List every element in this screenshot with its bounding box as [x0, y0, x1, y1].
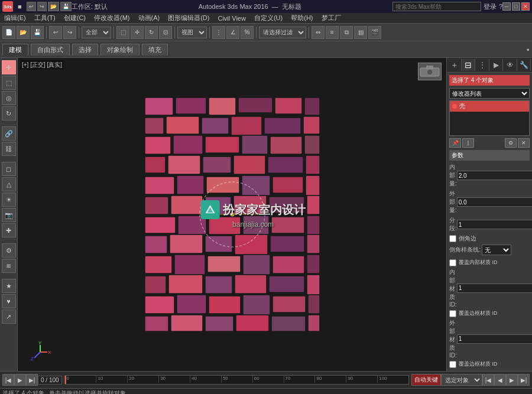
- timeline-thumb[interactable]: [65, 376, 66, 384]
- show-end-btn[interactable]: |: [462, 138, 474, 148]
- redo-btn[interactable]: ↪: [37, 2, 47, 11]
- tab-object-paint[interactable]: 对象绘制: [100, 44, 140, 56]
- svg-rect-46: [170, 235, 203, 253]
- save-file-btn[interactable]: 💾: [31, 26, 44, 39]
- override-inner-check[interactable]: [449, 259, 456, 266]
- tab-modeling[interactable]: 建模: [2, 44, 28, 56]
- bevel-edge-check[interactable]: [449, 235, 456, 242]
- move-tool[interactable]: ✛: [131, 26, 144, 39]
- selection-set[interactable]: 请选择过滤: [259, 27, 306, 38]
- tool-lights[interactable]: ☀: [2, 193, 16, 207]
- key-nav-next[interactable]: ▶: [506, 374, 518, 386]
- login-btn[interactable]: 登录: [484, 2, 497, 11]
- view-select[interactable]: 视图: [177, 27, 207, 38]
- minimize-btn[interactable]: ─: [502, 2, 511, 11]
- menu-tools[interactable]: 工具(T): [33, 13, 57, 23]
- angle-snap[interactable]: ∠: [226, 26, 239, 39]
- rp-tab-motion[interactable]: ▶: [490, 59, 504, 71]
- search-input[interactable]: [392, 2, 481, 11]
- outer-mat-input[interactable]: [457, 334, 532, 344]
- ribbon-btn[interactable]: ▤: [354, 26, 367, 39]
- inner-mat-input[interactable]: [457, 284, 532, 293]
- tool-space-warp[interactable]: ≋: [2, 259, 16, 273]
- viewport-area[interactable]: [+] [正交] [真实]: [18, 58, 446, 371]
- tool-heart[interactable]: ♥: [2, 294, 16, 308]
- menu-customize[interactable]: 自定义(U): [252, 13, 284, 23]
- align-btn[interactable]: ≡: [326, 26, 339, 39]
- undo-toolbar-btn[interactable]: ↩: [49, 26, 62, 39]
- rotate-tool[interactable]: ↻: [145, 26, 158, 39]
- rp-tab-display[interactable]: 👁: [504, 59, 517, 71]
- tool-helpers[interactable]: ✚: [2, 223, 16, 237]
- layer-btn[interactable]: ⧉: [340, 26, 353, 39]
- rp-tab-create[interactable]: +: [448, 59, 462, 71]
- select-filter[interactable]: 全部: [82, 27, 111, 38]
- tool-star[interactable]: ★: [2, 279, 16, 293]
- tab-selection[interactable]: 选择: [72, 44, 98, 56]
- menu-item-file[interactable]: ■: [15, 3, 24, 10]
- close-btn[interactable]: ✕: [521, 2, 530, 11]
- tool-share[interactable]: ↗: [2, 310, 16, 324]
- outer-amount-label: 外部量:: [449, 190, 457, 214]
- modifier-list-select[interactable]: 修改器列表: [449, 88, 530, 99]
- selected-info-status: 选择了 4 个对象: [2, 389, 44, 394]
- mirror-btn[interactable]: ⇔: [312, 26, 325, 39]
- maximize-btn[interactable]: □: [512, 2, 520, 11]
- frame-counter[interactable]: 0 / 100: [38, 376, 62, 385]
- outer-amount-input[interactable]: [457, 197, 532, 207]
- next-frame-btn[interactable]: ▶|: [26, 374, 38, 386]
- menu-civil-view[interactable]: Civil View: [216, 14, 247, 22]
- segments-input[interactable]: [457, 220, 532, 229]
- menu-graph-editor[interactable]: 图形编辑器(D): [166, 13, 211, 23]
- tool-link[interactable]: 🔗: [2, 126, 16, 141]
- new-btn[interactable]: 📄: [2, 26, 15, 39]
- open-btn[interactable]: 📂: [48, 2, 59, 11]
- tool-select-region[interactable]: ⬚: [2, 76, 16, 90]
- inner-amount-input[interactable]: [457, 171, 532, 180]
- select-tool[interactable]: ⬚: [116, 26, 129, 39]
- pin-btn[interactable]: 📌: [449, 138, 461, 148]
- tool-unlink[interactable]: ⛓: [2, 142, 16, 156]
- render-btn[interactable]: 🎬: [368, 26, 381, 39]
- play-btn[interactable]: ▶: [14, 374, 26, 386]
- redo-toolbar-btn[interactable]: ↪: [63, 26, 76, 39]
- modifier-item-shell[interactable]: 壳: [450, 101, 529, 112]
- remove-btn[interactable]: ✕: [518, 138, 530, 148]
- prev-frame-btn[interactable]: |◀: [2, 374, 14, 386]
- snap-toggle[interactable]: ⋮: [212, 26, 225, 39]
- config-btn[interactable]: ⚙: [505, 138, 517, 148]
- tab-freeform[interactable]: 自由形式: [31, 44, 70, 56]
- viewport[interactable]: [+] [正交] [真实]: [18, 58, 446, 371]
- timeline-track[interactable]: 0 10 20 30 40 50 60 70 80 90 100: [64, 375, 409, 385]
- percent-snap[interactable]: %: [241, 26, 254, 39]
- tool-cameras[interactable]: 📷: [2, 208, 16, 222]
- selection-anim[interactable]: 选定对象: [441, 374, 482, 386]
- key-nav-last[interactable]: ▶|: [518, 374, 530, 386]
- tool-geometry[interactable]: △: [2, 177, 16, 191]
- undo-btn[interactable]: ↩: [27, 2, 36, 11]
- menu-help[interactable]: 帮助(H): [289, 13, 314, 23]
- key-nav-prev[interactable]: ◀: [494, 374, 506, 386]
- open-file-btn[interactable]: 📂: [17, 26, 30, 39]
- menu-edit[interactable]: 编辑(E): [2, 13, 28, 23]
- save-btn[interactable]: 💾: [60, 2, 72, 11]
- tab-populate[interactable]: 填充: [142, 44, 168, 56]
- bevel-style-select[interactable]: 无: [482, 245, 511, 255]
- menu-create[interactable]: 创建(C): [62, 13, 87, 23]
- scale-tool[interactable]: ⊡: [159, 26, 172, 39]
- tool-shapes[interactable]: ◻: [2, 162, 16, 176]
- tool-system[interactable]: ⚙: [2, 243, 16, 258]
- tool-move[interactable]: ✛: [2, 60, 16, 74]
- tool-rotate[interactable]: ↻: [2, 106, 16, 121]
- key-nav-first[interactable]: |◀: [482, 374, 494, 386]
- override-outer-check[interactable]: [449, 310, 456, 317]
- rp-tab-modify[interactable]: ⊟: [462, 59, 476, 71]
- menu-modifiers[interactable]: 停改改器(M): [92, 13, 132, 23]
- rp-tab-utilities[interactable]: 🔧: [518, 59, 531, 71]
- menu-dream[interactable]: 梦工厂: [320, 13, 343, 23]
- auto-key-btn[interactable]: 自动关键: [411, 374, 441, 386]
- tool-lasso[interactable]: ◎: [2, 91, 16, 105]
- rp-tab-hierarchy[interactable]: ⋮: [476, 59, 489, 71]
- menu-animation[interactable]: 动画(A): [137, 13, 162, 23]
- override-edge-check[interactable]: [449, 361, 456, 368]
